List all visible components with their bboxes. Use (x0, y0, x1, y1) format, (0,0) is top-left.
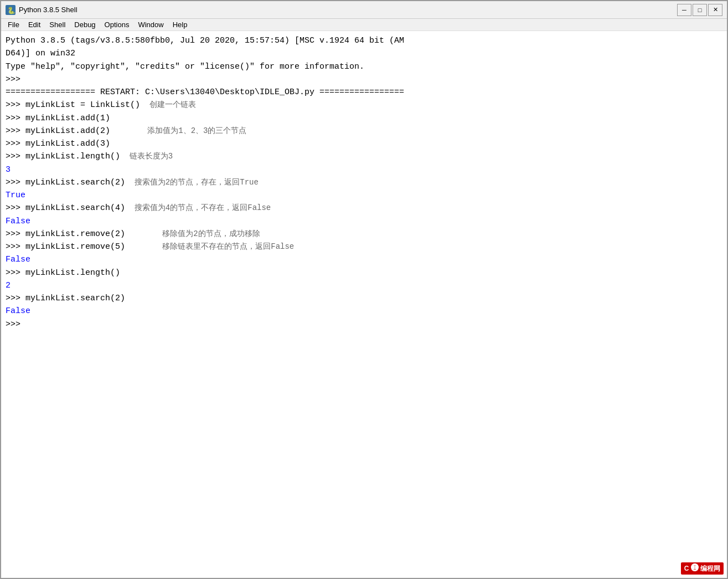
window-controls: ─ □ ✕ (677, 4, 722, 16)
startup-line2: D64)] on win32 (6, 47, 722, 60)
shell-line-2: >>> myLinkList.add(2) 添加值为1、2、3的三个节点 (6, 125, 722, 137)
shell-line-3: >>> myLinkList.add(3) (6, 137, 722, 150)
menu-help[interactable]: Help (168, 19, 192, 30)
shell-line-8: >>> myLinkList.search(4) 搜索值为4的节点，不存在，返回… (6, 202, 722, 214)
close-button[interactable]: ✕ (708, 4, 722, 16)
menu-window[interactable]: Window (133, 19, 168, 30)
shell-line-6: >>> myLinkList.search(2) 搜索值为2的节点，存在，返回T… (6, 176, 722, 189)
menu-debug[interactable]: Debug (70, 19, 100, 30)
window-title: Python 3.8.5 Shell (19, 6, 677, 14)
shell-line-7: True (6, 189, 722, 202)
shell-line-13: >>> myLinkList.length() (6, 267, 722, 279)
menu-bar: File Edit Shell Debug Options Window Hel… (1, 19, 727, 31)
menu-file[interactable]: File (3, 19, 24, 30)
shell-line-5: 3 (6, 163, 722, 176)
startup-line3: Type "help", "copyright", "credits" or "… (6, 60, 722, 73)
shell-line-4: >>> myLinkList.length() 链表长度为3 (6, 150, 722, 163)
shell-line-11: >>> myLinkList.remove(5) 移除链表里不存在的节点，返回F… (6, 240, 722, 253)
shell-line-15: >>> myLinkList.search(2) (6, 292, 722, 305)
shell-line-1: >>> myLinkList.add(1) (6, 112, 722, 125)
restart-line: ================== RESTART: C:\Users\130… (6, 86, 722, 99)
maximize-button[interactable]: □ (693, 4, 707, 16)
main-window: 🐍 Python 3.8.5 Shell ─ □ ✕ File Edit She… (0, 0, 728, 579)
app-icon: 🐍 (6, 5, 16, 15)
startup-line1: Python 3.8.5 (tags/v3.8.5:580fbb0, Jul 2… (6, 34, 722, 47)
watermark-label: C 🅘 编程网 (684, 565, 720, 572)
shell-output[interactable]: Python 3.8.5 (tags/v3.8.5:580fbb0, Jul 2… (1, 31, 727, 578)
shell-line-16: False (6, 305, 722, 317)
shell-line-12: False (6, 253, 722, 266)
initial-prompt: >>> (6, 73, 722, 86)
shell-line-17: >>> (6, 318, 722, 331)
menu-options[interactable]: Options (100, 19, 134, 30)
shell-line-10: >>> myLinkList.remove(2) 移除值为2的节点，成功移除 (6, 228, 722, 240)
shell-lines: >>> myLinkList = LinkList() 创建一个链表>>> my… (6, 99, 722, 331)
shell-line-9: False (6, 215, 722, 228)
shell-line-14: 2 (6, 279, 722, 292)
menu-shell[interactable]: Shell (45, 19, 70, 30)
watermark: C 🅘 编程网 (681, 562, 724, 575)
title-bar: 🐍 Python 3.8.5 Shell ─ □ ✕ (1, 1, 727, 19)
svg-text:🐍: 🐍 (7, 6, 16, 14)
menu-edit[interactable]: Edit (24, 19, 45, 30)
minimize-button[interactable]: ─ (677, 4, 691, 16)
shell-line-0: >>> myLinkList = LinkList() 创建一个链表 (6, 99, 722, 111)
